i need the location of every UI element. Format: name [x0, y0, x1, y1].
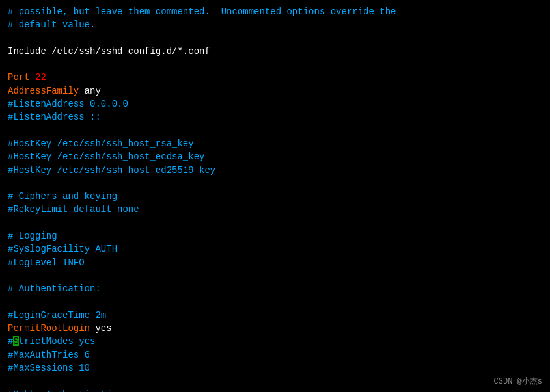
- line-6-port: Port 22: [8, 71, 542, 84]
- line-15: # Ciphers and keying: [8, 190, 542, 203]
- line-24: #LoginGraceTime 2m: [8, 309, 542, 322]
- addressfamily-value: any: [79, 86, 101, 96]
- terminal-window: # possible, but leave them commented. Un…: [0, 0, 550, 392]
- line-29: [8, 374, 542, 387]
- permitrootlogin-value: yes: [90, 323, 112, 333]
- line-2: # default value.: [8, 18, 542, 31]
- line-13: #HostKey /etc/ssh/ssh_host_ed25519_key: [8, 164, 542, 177]
- watermark: CSDN @小杰s: [494, 376, 542, 387]
- strictmodes-s-highlight: S: [13, 336, 18, 346]
- port-key: Port: [8, 72, 35, 83]
- line-7-addressfamily: AddressFamily any: [8, 85, 542, 98]
- line-14: [8, 177, 542, 190]
- strictmodes-rest: trictModes yes: [19, 336, 96, 346]
- line-23: [8, 296, 542, 309]
- line-26-strictmodes: #StrictModes yes: [8, 335, 542, 348]
- line-3: [8, 32, 542, 45]
- line-22: # Authentication:: [8, 282, 542, 295]
- line-17: [8, 216, 542, 229]
- line-4-include: Include /etc/ssh/sshd_config.d/*.conf: [8, 45, 542, 58]
- line-25-permitrootlogin: PermitRootLogin yes: [8, 322, 542, 335]
- line-16: #RekeyLimit default none: [8, 203, 542, 216]
- line-21: [8, 269, 542, 282]
- line-10: [8, 124, 542, 137]
- line-1: # possible, but leave them commented. Un…: [8, 5, 542, 18]
- include-keyword: Include /etc/ssh/sshd_config.d/*.conf: [8, 46, 210, 57]
- port-value: 22: [35, 72, 46, 83]
- line-9: #ListenAddress ::: [8, 111, 542, 124]
- addressfamily-key: AddressFamily: [8, 86, 79, 96]
- line-20: #LogLevel INFO: [8, 256, 542, 269]
- line-28: #MaxSessions 10: [8, 361, 542, 374]
- line-5: [8, 58, 542, 71]
- permitrootlogin-key: PermitRootLogin: [8, 323, 90, 333]
- line-19: #SyslogFacility AUTH: [8, 242, 542, 255]
- line-27: #MaxAuthTries 6: [8, 348, 542, 361]
- line-12: #HostKey /etc/ssh/ssh_host_ecdsa_key: [8, 150, 542, 163]
- line-18: # Logging: [8, 229, 542, 242]
- line-8: #ListenAddress 0.0.0.0: [8, 98, 542, 111]
- line-11: #HostKey /etc/ssh/ssh_host_rsa_key: [8, 137, 542, 150]
- line-30: #PubkeyAuthentication yes: [8, 388, 542, 392]
